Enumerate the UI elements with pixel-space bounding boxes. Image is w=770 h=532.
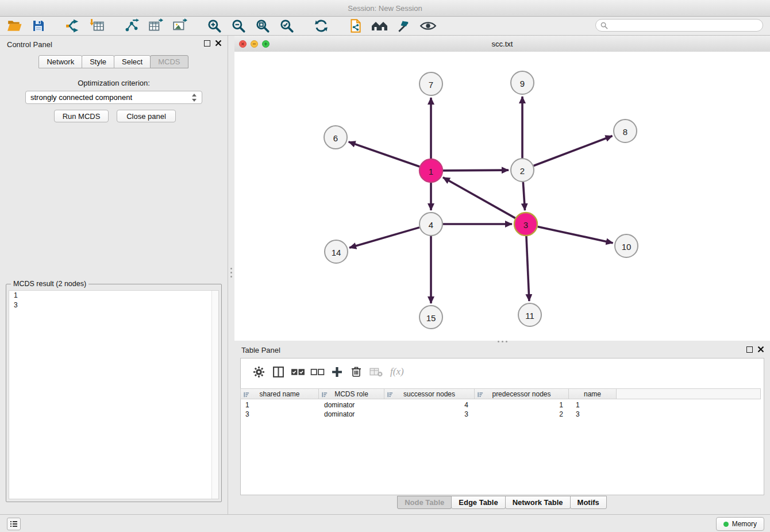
delete-column-trash-icon[interactable] bbox=[346, 363, 366, 380]
column-header-name[interactable]: name bbox=[568, 388, 617, 399]
result-scrollbar[interactable] bbox=[211, 291, 218, 499]
minimize-window-icon[interactable] bbox=[251, 40, 258, 48]
close-panel-button[interactable]: Close panel bbox=[117, 110, 176, 122]
graph-node-label: 6 bbox=[333, 133, 338, 143]
graph-node-3[interactable]: 3 bbox=[514, 213, 537, 236]
network-graph[interactable]: 7968123410141511 bbox=[234, 52, 770, 341]
tab-style[interactable]: Style bbox=[82, 55, 114, 68]
open-session-icon[interactable] bbox=[6, 17, 23, 34]
cell-name[interactable]: 1 bbox=[571, 400, 619, 410]
optimization-criterion-select[interactable]: strongly connected component bbox=[25, 91, 202, 104]
export-table-icon[interactable] bbox=[147, 17, 164, 34]
cell-successor-nodes[interactable]: 3 bbox=[386, 410, 476, 419]
splitter-grip[interactable] bbox=[498, 341, 507, 342]
export-image-icon[interactable] bbox=[171, 17, 188, 34]
status-bar: Memory bbox=[0, 514, 770, 532]
column-header-predecessor-nodes[interactable]: predecessor nodes bbox=[474, 388, 569, 399]
sort-icon bbox=[244, 391, 249, 399]
graph-node-11[interactable]: 11 bbox=[518, 303, 541, 326]
graph-node-6[interactable]: 6 bbox=[324, 126, 347, 149]
graph-node-label: 9 bbox=[520, 79, 525, 88]
splitter-grip[interactable] bbox=[230, 268, 232, 283]
cell-predecessor-nodes[interactable]: 1 bbox=[476, 400, 571, 410]
show-columns-icon[interactable] bbox=[268, 363, 288, 380]
column-header-shared-name[interactable]: shared name bbox=[240, 388, 319, 399]
graph-node-8[interactable]: 8 bbox=[614, 119, 637, 142]
tab-motifs[interactable]: Motifs bbox=[570, 496, 607, 509]
cell-predecessor-nodes[interactable]: 2 bbox=[476, 410, 571, 419]
mcds-result-textarea[interactable]: 1 3 bbox=[9, 290, 219, 499]
create-column-plus-icon[interactable] bbox=[327, 363, 346, 380]
window-title: Session: New Session bbox=[348, 4, 422, 13]
column-header-mcds-role[interactable]: MCDS role bbox=[318, 388, 384, 399]
run-mcds-button[interactable]: Run MCDS bbox=[54, 110, 109, 122]
tab-edge-table[interactable]: Edge Table bbox=[451, 496, 505, 509]
close-panel-icon[interactable] bbox=[757, 346, 764, 353]
select-arrows-icon bbox=[191, 93, 197, 102]
new-network-icon[interactable] bbox=[123, 17, 140, 34]
cell-mcds-role[interactable]: dominator bbox=[319, 400, 386, 410]
global-search-field[interactable] bbox=[595, 19, 763, 32]
tab-node-table[interactable]: Node Table bbox=[397, 496, 452, 509]
maximize-window-icon[interactable] bbox=[262, 40, 270, 48]
graph-edge-3-1[interactable] bbox=[443, 178, 515, 218]
task-history-icon[interactable] bbox=[7, 518, 21, 530]
refresh-icon[interactable] bbox=[313, 17, 330, 34]
close-window-icon[interactable] bbox=[239, 40, 247, 48]
cell-mcds-role[interactable]: dominator bbox=[319, 410, 386, 419]
graph-edge-2-8[interactable] bbox=[534, 136, 613, 166]
select-all-rows-icon[interactable] bbox=[288, 363, 307, 380]
deselect-all-rows-icon[interactable] bbox=[307, 363, 327, 380]
float-panel-icon[interactable] bbox=[746, 346, 753, 353]
graph-node-7[interactable]: 7 bbox=[419, 72, 442, 95]
zoom-selected-icon[interactable] bbox=[278, 17, 295, 34]
home-networks-icon[interactable] bbox=[371, 17, 388, 34]
import-network-icon[interactable] bbox=[64, 17, 82, 34]
main-toolbar bbox=[0, 17, 770, 36]
column-header-successor-nodes[interactable]: successor nodes bbox=[384, 388, 475, 399]
table-settings-gear-icon[interactable] bbox=[249, 363, 268, 380]
tab-network[interactable]: Network bbox=[38, 55, 82, 68]
search-input[interactable] bbox=[611, 21, 758, 30]
graph-edge-1-6[interactable] bbox=[349, 142, 420, 167]
zoom-out-icon[interactable] bbox=[230, 17, 247, 34]
save-session-icon[interactable] bbox=[30, 17, 47, 34]
graph-node-15[interactable]: 15 bbox=[419, 306, 442, 329]
graph-edge-3-10[interactable] bbox=[538, 226, 613, 242]
node-table-container: f(x) shared name MCDS role successor nod… bbox=[240, 358, 764, 495]
network-from-clipboard-icon[interactable] bbox=[347, 17, 364, 34]
graph-node-10[interactable]: 10 bbox=[615, 234, 638, 257]
vertical-splitter[interactable] bbox=[228, 36, 234, 514]
show-hide-eye-icon[interactable] bbox=[419, 17, 437, 34]
optimization-criterion-label: Optimization criterion: bbox=[0, 79, 228, 87]
cell-successor-nodes[interactable]: 4 bbox=[386, 400, 476, 410]
graph-edge-4-14[interactable] bbox=[349, 228, 419, 248]
tab-network-table[interactable]: Network Table bbox=[505, 496, 571, 509]
graph-node-9[interactable]: 9 bbox=[511, 71, 534, 94]
memory-button[interactable]: Memory bbox=[716, 517, 764, 531]
graph-edge-3-11[interactable] bbox=[526, 236, 529, 301]
cell-shared-name[interactable]: 3 bbox=[241, 410, 319, 419]
tab-select[interactable]: Select bbox=[114, 55, 151, 68]
network-canvas[interactable]: 7968123410141511 bbox=[234, 52, 770, 341]
cell-shared-name[interactable]: 1 bbox=[241, 400, 319, 410]
graph-node-14[interactable]: 14 bbox=[325, 240, 348, 263]
graph-edge-1-2[interactable] bbox=[443, 170, 509, 171]
zoom-in-icon[interactable] bbox=[206, 17, 223, 34]
control-panel-title: Control Panel bbox=[7, 40, 52, 49]
mcds-result-groupbox: MCDS result (2 nodes) 1 3 bbox=[6, 284, 222, 502]
import-table-icon[interactable] bbox=[88, 17, 106, 34]
tab-mcds[interactable]: MCDS bbox=[150, 55, 188, 68]
close-panel-icon[interactable] bbox=[215, 40, 222, 47]
cell-name[interactable]: 3 bbox=[571, 410, 619, 419]
graph-edge-2-3[interactable] bbox=[523, 182, 525, 210]
style-brush-icon[interactable] bbox=[395, 17, 413, 34]
float-panel-icon[interactable] bbox=[204, 40, 210, 47]
graph-node-2[interactable]: 2 bbox=[511, 159, 534, 182]
zoom-fit-icon[interactable] bbox=[254, 17, 271, 34]
function-builder-icon[interactable]: f(x) bbox=[390, 366, 404, 377]
graph-node-4[interactable]: 4 bbox=[419, 213, 442, 236]
graph-node-1[interactable]: 1 bbox=[419, 159, 442, 182]
table-row[interactable]: 3 dominator 3 2 3 bbox=[241, 410, 764, 419]
table-row[interactable]: 1 dominator 4 1 1 bbox=[241, 400, 764, 410]
